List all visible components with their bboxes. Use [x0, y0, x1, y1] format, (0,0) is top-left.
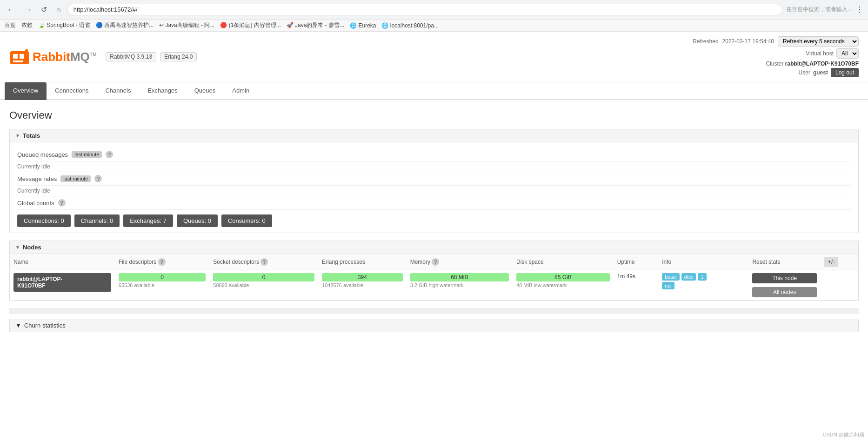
vhost-row: Virtual host All	[693, 48, 859, 59]
rmq-logo-wordmark: RabbitMQTM	[33, 50, 96, 64]
col-reset-stats: Reset stats	[748, 254, 821, 270]
bookmark-eureka[interactable]: 🌐 Eureka	[350, 22, 376, 29]
consumers-count-button[interactable]: Consumers: 0	[221, 214, 272, 227]
nodes-section-title: Nodes	[23, 244, 41, 251]
memory-help[interactable]: ?	[432, 258, 439, 266]
totals-section-header[interactable]: ▼ Totals	[10, 129, 858, 142]
erlang-processes-value: 394	[322, 273, 403, 281]
message-rates-label: Message rates	[17, 175, 57, 182]
tag-basic: basic	[662, 273, 680, 281]
queued-messages-row: Queued messages last minute ?	[17, 148, 851, 161]
queued-badge[interactable]: last minute	[72, 151, 102, 158]
nav-admin[interactable]: Admin	[224, 82, 258, 100]
url-bar[interactable]: http://localhost:15672/#/	[67, 4, 782, 15]
global-counts-row: Global counts ?	[17, 196, 851, 210]
erlang-processes-available: 1048576 available	[322, 282, 403, 288]
channels-count-button[interactable]: Channels: 0	[74, 214, 120, 227]
version-badges: RabbitMQ 3.9.13 Erlang 24.0	[106, 52, 197, 61]
settings-icon[interactable]: ⋮	[856, 5, 863, 14]
uptime-value: 1m 49s	[617, 273, 635, 280]
user-row: User guest Log out	[693, 68, 859, 77]
bookmarks-bar: 百度 依赖 🍃 SpringBoot · 语雀 🔵 西禹高速智慧养护... ↩ …	[0, 19, 868, 31]
horizontal-scrollbar[interactable]	[9, 308, 859, 314]
all-nodes-button[interactable]: All nodes	[752, 287, 817, 297]
logo-tm: TM	[90, 52, 96, 57]
col-erlang-processes: Erlang processes	[318, 254, 407, 270]
nav-queues[interactable]: Queues	[186, 82, 224, 100]
col-disk-space: Disk space	[513, 254, 614, 270]
forward-button[interactable]: →	[21, 5, 34, 15]
cluster-row: Cluster rabbit@LAPTOP-K91O70BF	[693, 60, 859, 67]
bookmark-java-exception[interactable]: 🚀 Java的异常 - 廖雪...	[287, 21, 344, 29]
exchanges-count-button[interactable]: Exchanges: 7	[123, 214, 173, 227]
socket-descriptors-available: 58893 available	[213, 282, 314, 288]
totals-section-title: Totals	[23, 132, 40, 139]
queued-help-button[interactable]: ?	[106, 151, 113, 158]
node-name[interactable]: rabbit@LAPTOP-K91O70BF	[13, 273, 111, 292]
nodes-section-header[interactable]: ▼ Nodes	[10, 241, 858, 254]
bookmark-content-mgmt[interactable]: 🔴 (1条消息) 内容管理...	[220, 21, 280, 29]
this-node-button[interactable]: This node	[752, 273, 817, 283]
logo-mq: MQ	[70, 50, 90, 64]
nodes-section: ▼ Nodes 截图(Alt + A) Name File descriptor…	[9, 241, 859, 301]
nav-overview[interactable]: Overview	[5, 82, 47, 100]
message-rates-row: Message rates last minute ?	[17, 172, 851, 186]
nodes-arrow-icon: ▼	[15, 245, 20, 250]
totals-section-body: Queued messages last minute ? Currently …	[10, 142, 858, 233]
churn-section-header[interactable]: ▼ Churn statistics	[10, 319, 858, 332]
message-rates-help-button[interactable]: ?	[94, 175, 102, 182]
global-counts-help-button[interactable]: ?	[58, 199, 66, 207]
bookmark-localhost[interactable]: 🌐 localhost:8001/pa...	[381, 22, 438, 29]
refreshed-time: 2022-03-17 19:54:40	[722, 38, 774, 45]
refreshed-label: Refreshed	[693, 38, 718, 45]
refresh-row: Refreshed 2022-03-17 19:54:40 Refresh ev…	[693, 36, 859, 47]
nav-exchanges[interactable]: Exchanges	[139, 82, 186, 100]
uptime-cell: 1m 49s	[614, 270, 659, 301]
plus-minus-button[interactable]: +/-	[824, 257, 838, 267]
nav-channels[interactable]: Channels	[97, 82, 139, 100]
bookmark-yilai[interactable]: 依赖	[21, 21, 33, 29]
memory-cell: 68 MiB 3.2 GiB high watermark	[407, 270, 513, 301]
tag-num: 1	[698, 273, 706, 281]
logout-button[interactable]: Log out	[831, 68, 859, 77]
socket-desc-help[interactable]: ?	[260, 258, 268, 266]
cluster-name: rabbit@LAPTOP-K91O70BF	[785, 60, 859, 67]
vhost-select[interactable]: All	[836, 48, 859, 59]
currently-idle-1: Currently idle	[17, 161, 851, 172]
bookmark-baidu[interactable]: 百度	[5, 21, 16, 29]
churn-arrow-icon: ▼	[15, 322, 21, 329]
tag-rss: rss	[662, 282, 674, 289]
refresh-select[interactable]: Refresh every 5 seconds No refresh Refre…	[778, 36, 859, 47]
rmq-header: RabbitMQTM RabbitMQ 3.9.13 Erlang 24.0 R…	[0, 32, 868, 82]
connections-count-button[interactable]: Connections: 0	[17, 214, 71, 227]
logo-rabbit: Rabbit	[33, 50, 70, 64]
erlang-version-badge: Erlang 24.0	[160, 52, 197, 61]
queued-messages-label: Queued messages	[17, 151, 68, 158]
message-rates-badge[interactable]: last minute	[60, 175, 91, 182]
bookmark-xiyu[interactable]: 🔵 西禹高速智慧养护...	[96, 21, 154, 29]
disk-space-cell: 85 GiB 48 MiB low watermark	[513, 270, 614, 301]
socket-descriptors-cell: 0 58893 available	[209, 270, 318, 301]
erlang-processes-cell: 394 1048576 available	[318, 270, 407, 301]
back-button[interactable]: ←	[5, 5, 18, 15]
bookmark-java-advanced[interactable]: ↩ Java高级编程 - 阿...	[159, 21, 214, 29]
svg-rect-2	[20, 54, 24, 59]
bookmark-springboot[interactable]: 🍃 SpringBoot · 语雀	[38, 21, 90, 29]
nav-connections[interactable]: Connections	[47, 82, 97, 100]
file-desc-help[interactable]: ?	[158, 258, 166, 266]
rabbitmq-version-badge: RabbitMQ 3.9.13	[106, 52, 156, 61]
search-bar: 在百度中搜索，或者输入...	[786, 6, 852, 13]
queues-count-button[interactable]: Queues: 0	[177, 214, 218, 227]
reset-stats-cell: This node All nodes	[748, 270, 821, 301]
svg-rect-3	[13, 60, 23, 62]
home-button[interactable]: ⌂	[53, 5, 64, 15]
global-counts-label: Global counts	[17, 200, 54, 207]
expand-cell	[821, 270, 858, 301]
file-descriptors-value: 0	[119, 273, 206, 281]
refresh-button[interactable]: ↺	[38, 4, 50, 15]
socket-descriptors-value: 0	[213, 273, 314, 281]
churn-section-title: Churn statistics	[24, 322, 66, 329]
info-cell: basic disc 1 rss	[658, 270, 748, 301]
browser-chrome: ← → ↺ ⌂ http://localhost:15672/#/ 在百度中搜索…	[0, 0, 868, 32]
totals-arrow-icon: ▼	[15, 133, 20, 138]
